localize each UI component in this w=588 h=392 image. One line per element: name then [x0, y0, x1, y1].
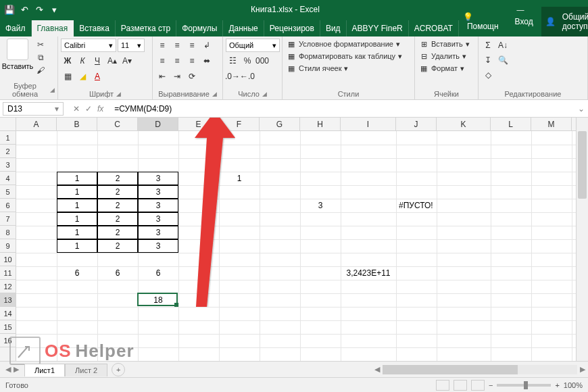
cell-I11[interactable]: 3,2423E+11	[341, 266, 396, 280]
cell-B8[interactable]: 1	[57, 226, 97, 239]
italic-button[interactable]: К	[76, 54, 89, 68]
row-header-8[interactable]: 8	[0, 226, 16, 239]
row-header-7[interactable]: 7	[0, 212, 16, 226]
paste-button[interactable]: Вставить	[3, 39, 32, 70]
cell-C6[interactable]: 2	[97, 199, 138, 212]
column-header-F[interactable]: F	[219, 118, 260, 130]
cell-C11[interactable]: 6	[97, 266, 138, 280]
cell-D5[interactable]: 3	[138, 185, 178, 199]
copy-button[interactable]: ⧉	[34, 51, 47, 64]
name-box[interactable]: D13▾	[3, 102, 64, 116]
view-normal-button[interactable]	[436, 380, 449, 391]
merge-button[interactable]: ⬌	[200, 54, 214, 68]
tab-page-layout[interactable]: Разметка стр	[116, 20, 176, 36]
insert-cells-button[interactable]: ⊞Вставить ▾	[418, 39, 471, 49]
decrease-decimal-button[interactable]: ←.0	[241, 70, 254, 83]
autosum-button[interactable]: Σ	[481, 39, 495, 52]
row-header-11[interactable]: 11	[0, 266, 16, 280]
qat-customize[interactable]: ▾	[49, 4, 59, 15]
clear-button[interactable]: ◇	[481, 68, 495, 82]
row-header-9[interactable]: 9	[0, 239, 16, 253]
cell-B6[interactable]: 1	[57, 199, 97, 212]
borders-button[interactable]: ▦	[61, 70, 74, 83]
tab-insert[interactable]: Вставка	[74, 20, 116, 36]
view-page-layout-button[interactable]	[454, 380, 467, 391]
enter-formula-button[interactable]: ✓	[85, 104, 92, 114]
column-header-A[interactable]: A	[16, 118, 57, 130]
cell-D7[interactable]: 3	[138, 212, 178, 226]
sheet-tab-2[interactable]: Лист 2	[65, 364, 107, 376]
formula-input[interactable]: =СУММ(D4:D9)	[110, 104, 574, 114]
cell-H6[interactable]: 3	[300, 199, 341, 212]
row-header-6[interactable]: 6	[0, 199, 16, 212]
row-header-13[interactable]: 13	[0, 293, 16, 307]
expand-formula-bar[interactable]: ⌄	[574, 104, 588, 114]
decrease-indent-button[interactable]: ⇤	[155, 70, 169, 83]
row-header-14[interactable]: 14	[0, 307, 16, 320]
tab-formulas[interactable]: Формулы	[176, 20, 223, 36]
align-right-button[interactable]: ≡	[185, 54, 199, 68]
format-cells-button[interactable]: ▦Формат ▾	[418, 63, 466, 74]
align-bottom-button[interactable]: ≡	[185, 39, 199, 52]
vertical-scrollbar[interactable]	[576, 118, 588, 361]
cell-B7[interactable]: 1	[57, 212, 97, 226]
font-color-button[interactable]: A	[91, 70, 104, 83]
number-dialog-launcher[interactable]: ◢	[262, 91, 267, 97]
format-painter-button[interactable]: 🖌	[34, 64, 47, 76]
cell-D13[interactable]: 18	[138, 293, 178, 307]
cancel-formula-button[interactable]: ✕	[73, 104, 80, 114]
cell-C4[interactable]: 2	[97, 172, 138, 185]
cell-C7[interactable]: 2	[97, 212, 138, 226]
tab-home[interactable]: Главная	[32, 20, 74, 36]
align-top-button[interactable]: ≡	[155, 39, 169, 52]
underline-button[interactable]: Ч	[91, 54, 104, 68]
align-middle-button[interactable]: ≡	[170, 39, 184, 52]
cell-D6[interactable]: 3	[138, 199, 178, 212]
cell-C8[interactable]: 2	[97, 226, 138, 239]
column-header-E[interactable]: E	[178, 118, 219, 130]
cell-styles-button[interactable]: ▦Стили ячеек ▾	[285, 63, 349, 74]
font-name-combo[interactable]: Calibri▾	[61, 39, 116, 52]
column-header-M[interactable]: M	[531, 118, 572, 130]
zoom-in-button[interactable]: +	[555, 381, 559, 389]
cell-J6[interactable]: #ПУСТО!	[396, 199, 437, 212]
conditional-formatting-button[interactable]: ▦Условное форматирование ▾	[285, 39, 401, 49]
cell-D4[interactable]: 3	[138, 172, 178, 185]
qat-save[interactable]: 💾	[4, 4, 15, 15]
column-header-J[interactable]: J	[396, 118, 437, 130]
share-button[interactable]: 👤 Общий доступ	[541, 7, 588, 36]
select-all-triangle[interactable]	[0, 118, 16, 131]
wrap-text-button[interactable]: ↲	[200, 39, 214, 52]
column-header-D[interactable]: D	[138, 118, 178, 130]
tell-me[interactable]: 💡 Помощн	[459, 9, 507, 34]
tab-abbyy[interactable]: ABBYY FineR	[347, 20, 409, 36]
orientation-button[interactable]: ⟳	[185, 70, 199, 83]
decrease-font-button[interactable]: A▾	[120, 54, 134, 68]
column-header-C[interactable]: C	[97, 118, 138, 130]
cell-B4[interactable]: 1	[57, 172, 97, 185]
cell-B9[interactable]: 1	[57, 239, 97, 253]
comma-format-button[interactable]: 000	[255, 54, 269, 68]
align-left-button[interactable]: ≡	[155, 54, 169, 68]
zoom-level[interactable]: 100%	[564, 381, 583, 389]
sheet-nav-prev[interactable]: ◀	[5, 365, 11, 374]
cell-D11[interactable]: 6	[138, 266, 178, 280]
clipboard-dialog-launcher[interactable]: ◢	[50, 87, 55, 93]
column-header-L[interactable]: L	[491, 118, 531, 130]
sort-filter-button[interactable]: A↓	[496, 39, 510, 52]
cell-B11[interactable]: 6	[57, 266, 97, 280]
cell-C9[interactable]: 2	[97, 239, 138, 253]
sheet-tab-1[interactable]: Лист1	[24, 364, 65, 376]
increase-decimal-button[interactable]: .0→	[226, 70, 239, 83]
cell-D9[interactable]: 3	[138, 239, 178, 253]
cell-B5[interactable]: 1	[57, 185, 97, 199]
bold-button[interactable]: Ж	[61, 54, 74, 68]
row-header-2[interactable]: 2	[0, 145, 16, 158]
tab-review[interactable]: Рецензиров	[264, 20, 320, 36]
column-header-B[interactable]: B	[57, 118, 97, 130]
row-header-10[interactable]: 10	[0, 253, 16, 266]
row-header-15[interactable]: 15	[0, 320, 16, 334]
column-header-I[interactable]: I	[341, 118, 396, 130]
cell-D8[interactable]: 3	[138, 226, 178, 239]
qat-undo[interactable]: ↶	[19, 4, 30, 15]
